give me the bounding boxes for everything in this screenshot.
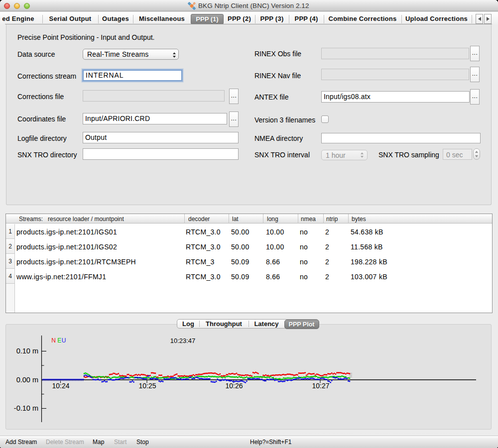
svg-text:0.00 m: 0.00 m bbox=[16, 376, 38, 384]
svg-text:0.10 m: 0.10 m bbox=[16, 347, 38, 355]
svg-text:U: U bbox=[62, 337, 66, 344]
svg-text:10:27: 10:27 bbox=[312, 382, 329, 390]
svg-text:10:25: 10:25 bbox=[138, 382, 156, 390]
svg-text:E: E bbox=[57, 337, 61, 344]
svg-text:10:26: 10:26 bbox=[225, 382, 243, 390]
svg-text:-0.10 m: -0.10 m bbox=[14, 404, 38, 412]
svg-text:10:24: 10:24 bbox=[52, 382, 69, 390]
svg-text:N: N bbox=[51, 337, 56, 344]
svg-text:10:23:47: 10:23:47 bbox=[170, 337, 196, 344]
